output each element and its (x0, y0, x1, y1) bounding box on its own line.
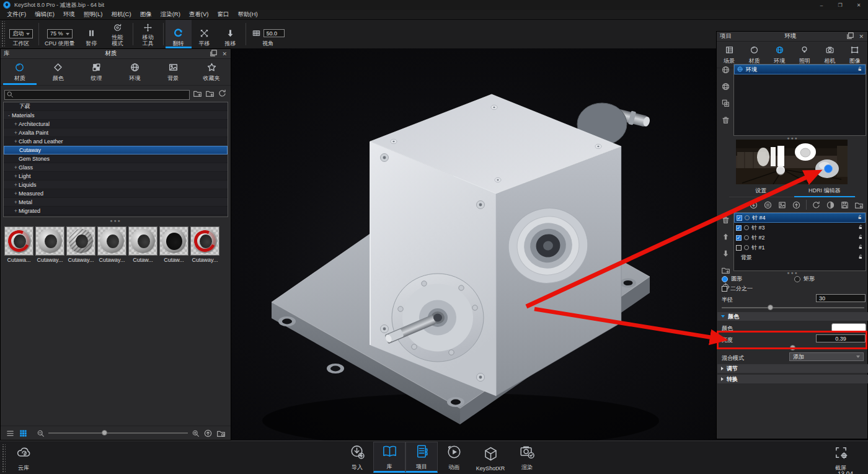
expander-icon[interactable]: + (13, 121, 19, 127)
pin-visibility-checkbox[interactable] (736, 235, 742, 241)
section-header-adjust[interactable]: 调节 (717, 364, 868, 373)
dock-item-project[interactable]: 项目 (405, 442, 438, 473)
fov-button[interactable]: 视角 (248, 20, 288, 48)
material-thumbnail[interactable]: Cutaway... (35, 226, 64, 263)
viewport-3d[interactable] (231, 48, 716, 440)
library-tab-colors[interactable]: 颜色 (39, 59, 78, 85)
globe-icon[interactable] (721, 65, 730, 77)
import-folder-icon[interactable] (205, 89, 215, 98)
upload-cloud-icon[interactable] (203, 429, 213, 438)
dock-item-animation[interactable]: 动画 (438, 442, 470, 473)
library-tab-backgrounds[interactable]: 背景 (154, 59, 192, 85)
thumbnail-size-slider[interactable] (48, 430, 188, 436)
hdri-preview[interactable] (736, 140, 848, 184)
save-icon[interactable] (840, 200, 849, 210)
pin-extract-icon[interactable] (792, 200, 801, 210)
brightness-input[interactable] (816, 334, 866, 342)
shape-circle-option[interactable]: 圆形 (722, 275, 742, 283)
tree-item-metal[interactable]: +Metal (4, 198, 228, 207)
pin-item[interactable]: 针 #3 (734, 223, 866, 233)
expander-icon[interactable]: + (13, 199, 19, 205)
material-thumbnail[interactable]: Cutaw... (159, 226, 188, 263)
unlock-icon[interactable] (857, 214, 863, 221)
expander-icon[interactable]: + (13, 182, 19, 188)
trash-icon[interactable] (721, 215, 730, 227)
trash-icon[interactable] (721, 115, 730, 127)
unlock-icon[interactable] (857, 254, 864, 261)
tree-item-gem-stones[interactable]: Gem Stones (4, 154, 228, 163)
menu-item[interactable]: 查看(V) (185, 11, 213, 19)
move-up-icon[interactable] (721, 232, 730, 244)
menu-item[interactable]: 窗口 (213, 11, 234, 19)
menu-item[interactable]: 渲染(R) (156, 11, 185, 19)
dock-item-library[interactable]: 库 (373, 442, 405, 473)
workspace-dropdown[interactable]: 启动 (9, 29, 33, 38)
hdri-tab-settings[interactable]: 设置 (729, 187, 793, 197)
radius-input[interactable] (816, 294, 866, 302)
material-thumbnail[interactable]: Cutaway... (66, 226, 95, 263)
pin-visibility-checkbox[interactable] (737, 215, 742, 221)
brightness-slider[interactable] (722, 345, 864, 351)
hdri-tab-hdri-editor[interactable]: HDRI 编辑器 (793, 187, 857, 197)
dock-item-render[interactable]: 渲染 (511, 442, 543, 473)
fov-input[interactable] (264, 29, 285, 37)
pin-visibility-checkbox[interactable] (736, 225, 742, 231)
search-input[interactable] (4, 90, 190, 100)
folder-add-icon[interactable] (854, 200, 864, 210)
half-option[interactable]: 二分之一 (722, 285, 753, 293)
expander-icon[interactable]: + (13, 173, 19, 179)
color-section-header[interactable]: 颜色 (717, 312, 868, 321)
list-view-icon[interactable] (6, 429, 15, 438)
contrast-icon[interactable] (826, 200, 835, 210)
environment-list-item[interactable]: 环境 (734, 65, 866, 74)
expander-icon[interactable]: - (6, 112, 12, 118)
tree-item-下载[interactable]: 下载 (4, 102, 228, 111)
menu-item[interactable]: 相机(C) (107, 11, 135, 19)
dock-item-cloud-library[interactable]: 云库 (7, 442, 40, 473)
toolbar-grip[interactable] (1, 21, 5, 47)
tree-item-cutaway[interactable]: Cutaway (4, 146, 228, 154)
material-thumbnail[interactable]: Cutawa... (4, 226, 33, 263)
pin-image-icon[interactable] (777, 200, 787, 210)
pin-item[interactable]: 针 #1 (734, 243, 866, 253)
menu-item[interactable]: 编辑(E) (30, 11, 59, 19)
tree-item-cloth-and-leather[interactable]: +Cloth and Leather (4, 137, 228, 146)
pin-item[interactable]: 针 #4 (734, 213, 866, 223)
splitter-handle[interactable]: ●●● (1, 218, 231, 223)
minimize-button[interactable]: – (812, 0, 831, 10)
unlock-icon[interactable] (857, 244, 864, 251)
material-thumbnail[interactable]: Cutaway... (97, 226, 126, 263)
material-thumbnail[interactable]: Cutaway... (190, 226, 219, 263)
menu-item[interactable]: 帮助(H) (234, 11, 262, 19)
tree-item-liquids[interactable]: +Liquids (4, 181, 228, 189)
workspace-button[interactable]: 启动 工作区 (6, 20, 37, 48)
blend-mode-dropdown[interactable]: 添加 (789, 352, 864, 361)
expander-icon[interactable]: + (13, 138, 19, 145)
tumble-button[interactable]: 翻转 (166, 20, 192, 48)
cpu-usage-button[interactable]: 75 % CPU 使用量 (41, 20, 79, 48)
folder-settings-icon[interactable] (216, 429, 226, 438)
refresh-icon[interactable] (218, 89, 227, 98)
expander-icon[interactable]: + (13, 164, 19, 171)
zoom-out-icon[interactable] (37, 429, 45, 437)
zoom-in-icon[interactable] (192, 429, 200, 437)
duplicate-icon[interactable] (721, 99, 730, 110)
menu-item[interactable]: 文件(F) (2, 11, 30, 19)
tree-item-measured[interactable]: +Measured (4, 189, 228, 198)
material-thumbnail[interactable]: Cutaw... (128, 226, 157, 263)
library-tab-environments[interactable]: 环境 (115, 59, 154, 85)
pause-button[interactable]: 暂停 (79, 20, 105, 48)
dock-item-keyshotxr[interactable]: KeyShotXR (470, 442, 511, 473)
maximize-button[interactable]: ❐ (831, 0, 849, 10)
move-down-icon[interactable] (721, 249, 730, 261)
section-header-transform[interactable]: 转换 (717, 375, 868, 383)
pan-button[interactable]: 平移 (192, 20, 218, 48)
color-swatch[interactable] (831, 323, 866, 332)
expander-icon[interactable]: + (13, 208, 19, 214)
tree-item-glass[interactable]: +Glass (4, 163, 228, 172)
cpu-usage-dropdown[interactable]: 75 % (47, 29, 73, 38)
add-folder-icon[interactable] (193, 89, 202, 98)
pin-item[interactable]: 针 #2 (734, 233, 866, 243)
close-panel-icon[interactable]: ✕ (859, 34, 864, 40)
menu-item[interactable]: 图像 (136, 11, 156, 19)
